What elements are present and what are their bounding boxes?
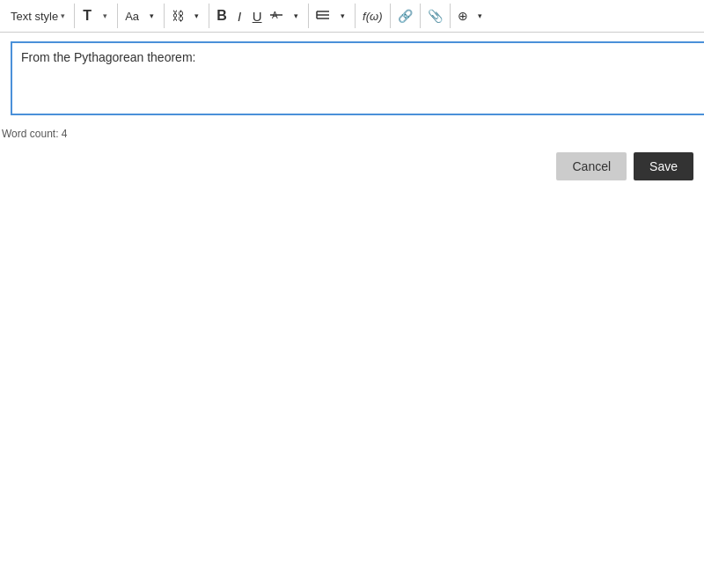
toolbar: Text style ▾ T ▾ Aa ▾ ⛓ ▾ B I U — [0, 0, 704, 33]
insert-dropdown[interactable]: ▾ — [472, 5, 489, 26]
format-Aa-group: Aa ▾ — [118, 4, 165, 28]
format-fn-group: f(ω) — [356, 4, 390, 28]
editor-textarea[interactable]: From the Pythagorean theorem: — [11, 41, 704, 115]
text-Aa-icon: Aa — [125, 10, 139, 23]
italic-button[interactable]: I — [231, 5, 248, 26]
format-insert-group: ⊕ ▾ — [451, 4, 493, 28]
underline-button[interactable]: U — [248, 5, 266, 26]
strikethrough-button[interactable]: A — [266, 5, 287, 26]
link-icon: 🔗 — [398, 9, 413, 23]
word-count: Word count: 4 — [0, 124, 704, 143]
save-button[interactable]: Save — [634, 152, 693, 180]
svg-text:A: A — [272, 11, 278, 20]
list-icon — [316, 8, 330, 25]
chain-icon: ⛓ — [172, 9, 184, 23]
text-T-icon: T — [83, 8, 92, 24]
format-attachment-group: 📎 — [421, 4, 451, 28]
format-chain-btn[interactable]: ⛓ — [168, 5, 187, 26]
formula-icon: f(ω) — [363, 10, 382, 23]
italic-icon: I — [238, 9, 241, 24]
format-T-group: T ▾ — [75, 4, 118, 28]
format-list-group: ▾ — [309, 4, 356, 28]
text-style-group: Text style ▾ — [2, 4, 75, 28]
editor-area: From the Pythagorean theorem: — [0, 33, 704, 124]
format-chain-dropdown[interactable]: ▾ — [187, 5, 205, 26]
list-dropdown[interactable]: ▾ — [334, 5, 351, 26]
list-button[interactable] — [312, 5, 334, 26]
strikethrough-icon: A — [269, 8, 283, 25]
cancel-button[interactable]: Cancel — [556, 152, 627, 180]
formula-button[interactable]: f(ω) — [359, 5, 385, 26]
format-Aa-btn[interactable]: Aa — [121, 5, 143, 26]
insert-button[interactable]: ⊕ — [454, 5, 472, 26]
format-link-group: 🔗 — [391, 4, 421, 28]
format-Aa-dropdown[interactable]: ▾ — [143, 5, 160, 26]
format-chain-group: ⛓ ▾ — [165, 4, 209, 28]
link-button[interactable]: 🔗 — [394, 5, 416, 26]
action-buttons-area: Cancel Save — [0, 143, 704, 189]
underline-icon: U — [253, 9, 262, 24]
attachment-button[interactable]: 📎 — [424, 5, 446, 26]
format-T-btn[interactable]: T — [78, 5, 96, 26]
format-bold-italic-group: B I U A ▾ — [209, 4, 309, 28]
bold-button[interactable]: B — [213, 5, 231, 26]
paperclip-icon: 📎 — [428, 9, 443, 23]
bold-icon: B — [216, 8, 227, 24]
format-T-dropdown[interactable]: ▾ — [96, 5, 114, 26]
text-color-dropdown[interactable]: ▾ — [287, 5, 304, 26]
chevron-down-icon: ▾ — [61, 11, 65, 20]
plus-circle-icon: ⊕ — [458, 9, 468, 23]
text-style-dropdown[interactable]: Text style ▾ — [5, 8, 70, 25]
text-style-label: Text style — [11, 10, 58, 23]
